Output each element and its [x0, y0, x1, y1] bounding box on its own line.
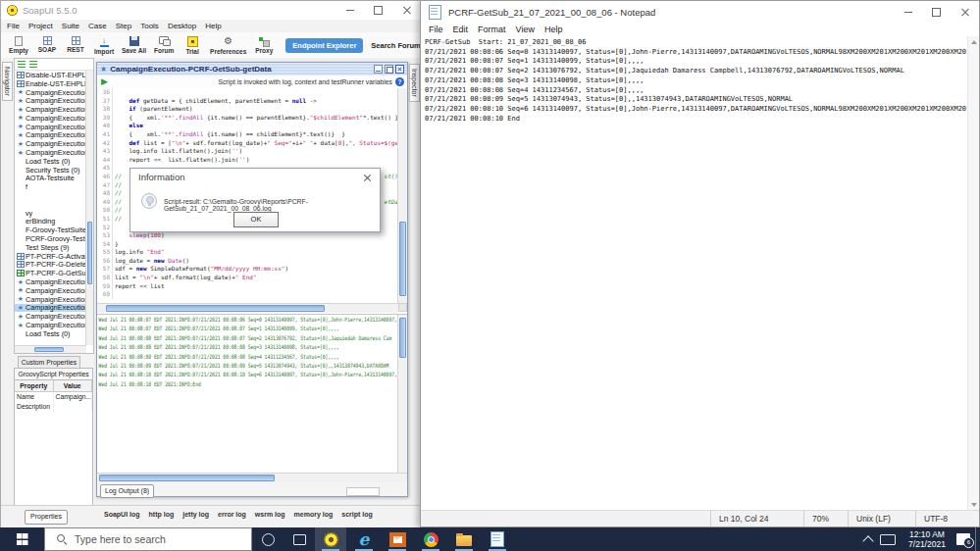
tray-expand-icon[interactable] — [862, 535, 873, 546]
task-view-button[interactable] — [284, 527, 315, 551]
log-tab-wsrm-log[interactable]: wsrm log — [255, 511, 285, 518]
soapui-maximize-button[interactable] — [364, 1, 392, 20]
toolbar-button-import[interactable]: ↓Import — [93, 36, 115, 55]
soapui-menu-desktop[interactable]: Desktop — [168, 22, 196, 30]
notepad-menu-view[interactable]: View — [516, 25, 535, 34]
taskbar-soapui-button[interactable] — [315, 527, 346, 551]
tree-item[interactable]: ★CampaignExecution- — [15, 114, 86, 123]
tree-item[interactable] — [15, 200, 86, 209]
toolbar-button-preferences[interactable]: ⚙Preferences — [210, 36, 246, 55]
notepad-scrollbar[interactable] — [967, 36, 979, 511]
scrollbar-thumb[interactable] — [106, 305, 325, 312]
tree-item[interactable]: ★CampaignExecution- — [15, 321, 86, 329]
tree-item[interactable]: ★CampaignExecution- — [15, 295, 86, 304]
notepad-menu-help[interactable]: Help — [544, 25, 563, 34]
toolbar-button-trial[interactable]: Trial — [181, 36, 203, 55]
tree-item[interactable]: PT-PCRF-G-Delete — [15, 261, 86, 270]
log-horizontal-scrollbar[interactable] — [97, 473, 407, 482]
tree-item[interactable]: ★CampaignExecution- — [15, 277, 86, 286]
dialog-close-button[interactable] — [363, 174, 372, 182]
notepad-menu-file[interactable]: File — [429, 25, 443, 34]
soapui-menu-case[interactable]: Case — [88, 22, 107, 30]
taskbar-clock[interactable]: 12:10 AM 7/21/2021 — [903, 529, 951, 549]
tree-toolbar-icon-1[interactable] — [18, 61, 26, 68]
soapui-menu-step[interactable]: Step — [116, 22, 131, 30]
toolbar-button-empty[interactable]: Empty — [8, 36, 29, 54]
editor-minimize-button[interactable] — [374, 65, 383, 74]
tree-item[interactable]: AOTA-Testsuite — [15, 175, 86, 183]
soapui-menu-help[interactable]: Help — [205, 22, 221, 30]
code-vertical-scrollbar[interactable] — [397, 88, 407, 303]
log-tab-error-log[interactable]: error log — [218, 511, 246, 518]
tree-item[interactable]: ★CampaignExecution- — [15, 88, 86, 97]
tree-item[interactable]: ★CampaignExecution- — [15, 148, 86, 157]
scrollbar-thumb[interactable] — [399, 222, 406, 296]
scroll-up-icon[interactable] — [971, 40, 977, 44]
tree-item[interactable]: Security Tests (0) — [15, 166, 86, 175]
tree-item[interactable]: ★CampaignExecution- — [15, 139, 86, 148]
scrollbar-thumb[interactable] — [87, 222, 92, 284]
tree-horizontal-scrollbar[interactable] — [15, 345, 86, 353]
taskbar-chrome-button[interactable] — [415, 527, 446, 551]
toolbar-button-forum[interactable]: Forum — [153, 36, 175, 54]
tree-item[interactable]: Disable-UST-EHPLMN — [15, 71, 86, 79]
taskbar-notepad-button[interactable] — [482, 527, 513, 551]
endpoint-explorer-button[interactable]: Endpoint Explorer — [285, 38, 363, 53]
toolbar-button-rest[interactable]: REST — [65, 36, 86, 53]
tree-item[interactable]: Test Steps (9) — [15, 243, 86, 252]
run-script-button[interactable]: ▶ — [101, 77, 108, 86]
tree-item[interactable]: ★CampaignExecution- — [15, 312, 86, 321]
tree-item[interactable]: erBinding — [15, 218, 86, 226]
soapui-menu-project[interactable]: Project — [28, 22, 53, 30]
editor-restore-button[interactable] — [385, 65, 393, 74]
tree-item[interactable]: f — [15, 182, 86, 191]
tree-toolbar-icon-2[interactable] — [29, 61, 37, 68]
dialog-ok-button[interactable]: OK — [233, 212, 279, 227]
show-desktop-button[interactable] — [975, 527, 980, 551]
editor-close-button[interactable] — [395, 65, 404, 74]
notepad-menu-edit[interactable]: Edit — [453, 25, 469, 34]
tree-item[interactable]: Enable-UST-EHPLMN — [15, 79, 86, 88]
tree-item[interactable] — [15, 191, 86, 200]
touch-keyboard-icon[interactable] — [880, 534, 896, 545]
log-tab-jetty-log[interactable]: jetty log — [182, 511, 209, 518]
notepad-text-area[interactable]: PCRF-GetSub Start: 21_07_2021_00_08_0607… — [421, 36, 968, 511]
inspector-tab[interactable]: Inspector — [409, 64, 420, 102]
tree-item[interactable]: ★CampaignExecution- — [15, 304, 86, 313]
soapui-menu-tools[interactable]: Tools — [140, 22, 159, 30]
notepad-close-button[interactable] — [951, 3, 979, 22]
taskbar-outlook-button[interactable] — [382, 527, 413, 551]
editor-titlebar[interactable]: ★ CampaignExecution-PCRF-GetSub-getData — [97, 63, 407, 76]
notepad-maximize-button[interactable] — [922, 3, 951, 22]
tree-item[interactable]: PT-PCRF-G-GetSub — [15, 269, 86, 277]
tree-item[interactable]: Load Tests (0) — [15, 329, 86, 338]
action-center-icon[interactable]: 6 — [956, 533, 970, 545]
toolbar-button-save-all[interactable]: Save All — [122, 36, 146, 54]
scrollbar-thumb[interactable] — [99, 475, 275, 481]
taskbar-file-explorer-button[interactable] — [448, 527, 480, 551]
toolbar-button-proxy[interactable]: Proxy — [253, 36, 275, 54]
log-output-button[interactable]: Log Output (8) — [100, 484, 154, 498]
tree-item[interactable]: ★CampaignExecution- — [15, 286, 86, 295]
soapui-menu-file[interactable]: File — [7, 22, 20, 30]
taskbar-internet-explorer-button[interactable]: e — [348, 527, 380, 551]
tree-item[interactable]: ★CampaignExecution- — [15, 96, 86, 105]
scrollbar-thumb[interactable] — [399, 318, 406, 358]
scrollbar-thumb[interactable] — [34, 347, 64, 352]
navigator-tab[interactable]: Navigator — [2, 62, 13, 101]
log-tab-http-log[interactable]: http log — [149, 511, 175, 518]
tree-vertical-scrollbar[interactable] — [85, 71, 93, 345]
tree-item[interactable]: PT-PCRF-G-Activate — [15, 252, 86, 261]
tree-item[interactable]: ★CampaignExecution- — [15, 123, 86, 131]
taskbar-search-box[interactable]: Type here to search — [44, 527, 252, 551]
code-horizontal-scrollbar[interactable] — [97, 303, 398, 313]
start-button[interactable] — [0, 527, 44, 551]
help-icon[interactable]: ? — [395, 77, 404, 86]
log-tab-soapui-log[interactable]: SoapUI log — [104, 511, 140, 518]
log-tab-memory-log[interactable]: memory log — [294, 511, 334, 518]
scroll-down-icon[interactable] — [971, 503, 977, 507]
cortana-button[interactable] — [252, 527, 284, 551]
notepad-minimize-button[interactable] — [894, 3, 922, 22]
tree-item[interactable]: PCRF-Groovy-TestCase — [15, 234, 86, 243]
tree-item[interactable]: vy — [15, 209, 86, 218]
